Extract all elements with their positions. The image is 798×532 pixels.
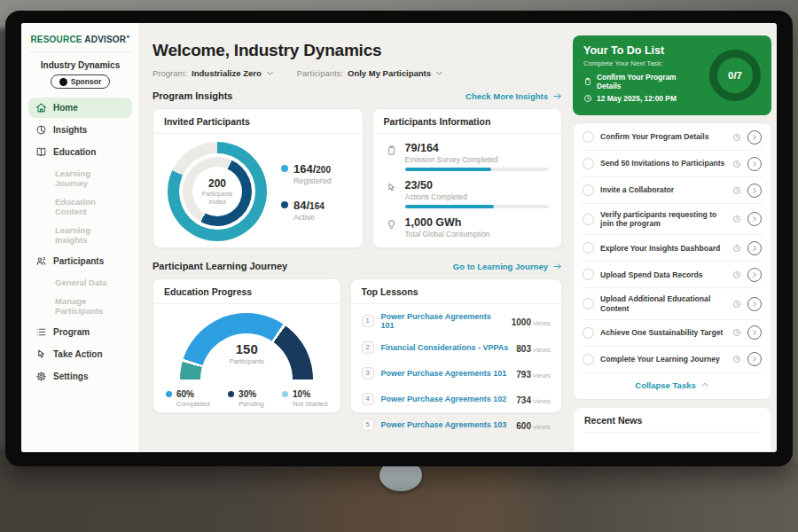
cursor-click-icon — [35, 348, 47, 360]
sidebar-item-insights[interactable]: Insights — [28, 120, 132, 140]
task-row-confirm-program[interactable]: Confirm Your Program Details — [582, 124, 763, 151]
sidebar-item-education[interactable]: Education — [28, 142, 132, 162]
card-title: Education Progress — [153, 279, 340, 304]
sidebar-item-learning-journey[interactable]: Learning Journey — [28, 164, 132, 192]
task-row-send-invitations[interactable]: Send 50 Invitations to Participants — [582, 151, 763, 177]
invited-legend: 164/200 Registered 84/164 Active — [281, 162, 332, 222]
gauge-center-label: Participants — [180, 357, 313, 365]
task-row-achieve-target[interactable]: Achieve One Sustainability Target — [582, 320, 763, 347]
sidebar-item-learning-insights[interactable]: Learning Insights — [28, 221, 132, 249]
task-open-button[interactable] — [747, 352, 762, 366]
sponsor-badge: Sponsor — [51, 74, 110, 89]
clock-icon — [732, 186, 741, 195]
checkbox-icon[interactable] — [583, 131, 594, 143]
task-row-upload-spend-data[interactable]: Upload Spend Data Records — [582, 262, 763, 288]
checkbox-icon[interactable] — [583, 242, 594, 254]
clock-icon — [732, 160, 741, 168]
chevron-right-icon — [751, 356, 758, 363]
task-open-button[interactable] — [747, 184, 762, 198]
logo-resource: RESOURCE — [30, 35, 82, 44]
program-filter-value: Industrialize Zero — [192, 68, 262, 78]
chevron-right-icon — [751, 245, 758, 252]
collapse-tasks-link[interactable]: Collapse Tasks — [582, 373, 763, 398]
checkbox-icon[interactable] — [583, 269, 594, 280]
task-row-upload-educational-content[interactable]: Upload Additional Educational Content — [582, 288, 763, 319]
lesson-link[interactable]: Financial Considerations - VPPAs — [381, 343, 510, 352]
task-row-invite-collaborator[interactable]: Invite a Collaborator — [582, 177, 763, 204]
sidebar-item-home[interactable]: Home — [28, 98, 132, 118]
cursor-click-icon — [386, 182, 397, 193]
clock-icon — [732, 270, 741, 279]
recent-news-card: Recent News — [573, 407, 771, 452]
sidebar-item-education-content[interactable]: Education Content — [28, 192, 132, 221]
check-more-insights-link[interactable]: Check More Insights — [466, 91, 562, 101]
legend-active: 84/164 Active — [281, 199, 332, 222]
todo-due-date: 12 May 2025, 12:00 PM — [583, 94, 700, 103]
lesson-link[interactable]: Power Purchase Agreements 101 — [381, 369, 510, 378]
clock-icon — [583, 94, 592, 103]
checkbox-icon[interactable] — [583, 158, 594, 169]
chevron-up-icon — [700, 380, 709, 389]
lesson-link[interactable]: Power Purchase Agreements 102 — [381, 395, 510, 403]
clock-icon — [732, 300, 741, 309]
recent-news-title: Recent News — [584, 415, 760, 433]
checkbox-icon[interactable] — [583, 184, 594, 196]
pie-chart-icon — [35, 124, 47, 136]
lesson-rank: 3 — [362, 367, 374, 379]
sidebar-item-label: Settings — [53, 372, 88, 381]
program-filter[interactable]: Program: Industrialize Zero — [153, 68, 274, 78]
sidebar-item-program[interactable]: Program — [28, 322, 132, 342]
logo-advisor: ADVISOR — [84, 35, 126, 44]
arrow-right-icon — [552, 91, 562, 101]
chevron-right-icon — [751, 271, 758, 278]
legend-not-started: 10% Not Started — [282, 389, 327, 408]
lesson-row: 5 Power Purchase Agreements 103 600views — [362, 411, 551, 437]
sponsor-badge-label: Sponsor — [71, 77, 101, 86]
task-open-button[interactable] — [747, 325, 762, 340]
lesson-rank: 2 — [362, 341, 374, 354]
checkbox-icon[interactable] — [583, 354, 594, 365]
task-open-button[interactable] — [747, 212, 762, 226]
go-to-learning-journey-link[interactable]: Go to Learning Journey — [453, 262, 562, 271]
invited-donut-body: 200 Participants Invited 164/200 — [153, 134, 363, 241]
sidebar-item-manage-participants[interactable]: Manage Participants — [28, 292, 132, 320]
task-row-complete-learning-journey[interactable]: Complete Your Learning Journey — [582, 347, 763, 373]
card-title: Invited Participants — [153, 109, 363, 134]
checkbox-icon[interactable] — [583, 214, 594, 225]
participants-filter[interactable]: Participants: Only My Participants — [297, 68, 443, 78]
task-open-button[interactable] — [747, 268, 762, 282]
progress-fill — [405, 168, 491, 171]
task-open-button[interactable] — [747, 297, 762, 311]
legend-pending: 30% Pending — [228, 389, 264, 408]
task-open-button[interactable] — [747, 241, 762, 255]
task-row-verify-participants[interactable]: Verify participants requesting to join t… — [582, 204, 763, 235]
legend-completed: 60% Completed — [166, 389, 210, 408]
lesson-link[interactable]: Power Purchase Agreements 103 — [381, 420, 510, 429]
checkbox-icon[interactable] — [583, 327, 594, 339]
stat-actions-completed: 23/50 Actions Completed — [386, 179, 549, 208]
task-row-explore-insights[interactable]: Explore Your Insights Dashboard — [582, 235, 763, 262]
monitor-bezel: RESOURCE ADVISOR+ Industry Dynamics Spon… — [5, 11, 793, 466]
task-open-button[interactable] — [747, 157, 762, 171]
sidebar-item-label: Home — [53, 103, 78, 113]
sidebar-item-settings[interactable]: Settings — [28, 366, 132, 387]
main-content: Welcome, Industry Dynamics Program: Indu… — [140, 23, 573, 452]
clock-icon — [732, 355, 741, 364]
legend-dot — [281, 165, 288, 172]
chevron-right-icon — [751, 329, 758, 336]
sidebar-item-general-data[interactable]: General Data — [28, 273, 132, 292]
clock-icon — [732, 328, 741, 337]
invited-participants-card: Invited Participants 200 Participants In… — [153, 108, 364, 248]
sidebar-item-take-action[interactable]: Take Action — [28, 344, 132, 364]
invited-donut-chart: 200 Participants Invited — [168, 142, 267, 241]
checkbox-icon[interactable] — [583, 298, 594, 309]
task-open-button[interactable] — [747, 130, 762, 145]
lesson-link[interactable]: Power Purchase Agreements 101 — [381, 312, 505, 330]
legend-dot — [282, 391, 288, 397]
learning-cards-row: Education Progress 150 Participants 60% … — [153, 278, 562, 413]
sidebar-item-participants[interactable]: Participants — [28, 251, 132, 271]
lightbulb-icon — [386, 219, 397, 231]
progress-fill — [405, 205, 495, 208]
gauge-center-value: 150 — [180, 341, 313, 356]
chevron-right-icon — [751, 215, 758, 223]
